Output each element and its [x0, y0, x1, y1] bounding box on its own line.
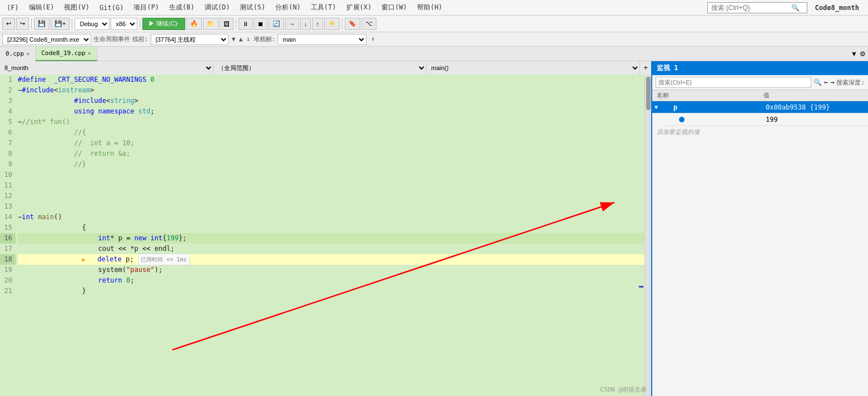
- run-cursor-btn[interactable]: ⚡: [324, 18, 340, 30]
- debugbar: [23296] Code8_month.exe 生命周期事件 线程: [3776…: [0, 32, 868, 47]
- ln-7: 7: [0, 138, 16, 148]
- line-numbers: 1 2 3 4 5 6 7 8 9 10 11 12 13 14 15 16 1: [0, 75, 16, 396]
- code-line-19: system("pause");: [18, 265, 644, 275]
- nav-add-btn[interactable]: +: [640, 61, 651, 75]
- code-line-14: −int main(): [18, 212, 644, 222]
- format-btn[interactable]: ⌥: [361, 18, 376, 30]
- menu-file[interactable]: (F): [2, 3, 23, 13]
- thread-label: 线程:: [132, 35, 148, 43]
- stepover-btn[interactable]: →: [285, 18, 299, 30]
- editor-scrollbar[interactable]: [644, 75, 651, 396]
- nav-fwd-icon[interactable]: →: [830, 78, 834, 86]
- bookmark-btn[interactable]: 🔖: [345, 18, 360, 30]
- code-line-21: }: [18, 286, 644, 296]
- watch-icon-p: [663, 103, 671, 111]
- save-all-btn[interactable]: 💾+: [51, 18, 70, 30]
- config-select[interactable]: Debug: [75, 18, 110, 30]
- code-line-17: cout << *p << endl;: [18, 244, 644, 254]
- ln-9: 9: [0, 159, 16, 170]
- col-name-label: 名称: [657, 91, 763, 100]
- menu-git[interactable]: Git(G): [95, 3, 128, 13]
- open-btn[interactable]: 📁: [203, 18, 219, 30]
- arch-select[interactable]: x86: [111, 18, 137, 30]
- stack-select[interactable]: main: [277, 34, 366, 45]
- code-line-4: using namespace std;: [18, 106, 644, 117]
- watch-icon-child: [679, 117, 685, 122]
- expand-child: [663, 116, 670, 122]
- code-line-13: [18, 201, 644, 212]
- scrollbar-thumb[interactable]: [646, 77, 651, 110]
- code-line-10: [18, 170, 644, 180]
- code-line-9: //}: [18, 159, 644, 170]
- window-title: Code8_month: [809, 4, 866, 12]
- expand-p[interactable]: ▼: [654, 104, 661, 110]
- watch-header: 监视 1: [652, 61, 868, 75]
- code-lines[interactable]: #define _CRT_SECURE_NO_WARNINGS 0 −#incl…: [16, 75, 644, 396]
- redo-btn[interactable]: ↪: [16, 18, 29, 30]
- menu-build[interactable]: 生成(B): [165, 2, 199, 13]
- stepout-btn[interactable]: ↑: [312, 18, 323, 30]
- scroll-marker: [639, 286, 643, 288]
- sep5: [342, 18, 343, 29]
- ln-13: 13: [0, 201, 16, 212]
- watch-panel: 监视 1 🔍 ← → 搜索深度: 名称 值 ▼ p 0x00ab9538 {19…: [651, 61, 868, 396]
- tab-dropdown-btn[interactable]: ▼: [851, 50, 857, 58]
- code-line-3: #include<string>: [18, 96, 644, 106]
- watch-search-input[interactable]: [656, 77, 811, 88]
- tabbar: 0.cpp ✕ Code8_19.cpp ✕ ▼ ⚙: [0, 47, 868, 61]
- watch-val-p: 0x00ab9538 {199}: [766, 103, 866, 111]
- tab-0cpp-close[interactable]: ✕: [26, 51, 29, 57]
- sep1: [31, 18, 32, 29]
- ln-6: 6: [0, 127, 16, 138]
- tab-code8[interactable]: Code8_19.cpp ✕: [36, 47, 97, 61]
- watch-add[interactable]: 添加要监视的项: [652, 126, 868, 138]
- undo-btn[interactable]: ↩: [2, 18, 15, 30]
- code-content[interactable]: 1 2 3 4 5 6 7 8 9 10 11 12 13 14 15 16 1: [0, 75, 651, 396]
- global-search[interactable]: 🔍: [707, 2, 807, 13]
- tab-settings-btn[interactable]: ⚙: [860, 50, 866, 58]
- code-line-12: [18, 191, 644, 201]
- menu-debug[interactable]: 调试(D): [200, 2, 235, 13]
- ln-19: 19: [0, 265, 16, 275]
- ln-16: 16: [0, 233, 16, 244]
- search-input[interactable]: [711, 4, 789, 12]
- tab-code8-close[interactable]: ✕: [88, 50, 91, 56]
- code-line-2: −#include<iostream>: [18, 85, 644, 96]
- menu-extensions[interactable]: 扩展(X): [342, 2, 376, 13]
- tab-0cpp[interactable]: 0.cpp ✕: [0, 47, 36, 61]
- toolbar: ↩ ↪ 💾 💾+ Debug x86 ▶ 继续(C)· 🔥 📁 🖼 ⏸ ⏹ 🔄 …: [0, 16, 868, 32]
- menu-project[interactable]: 项目(P): [129, 2, 163, 13]
- menubar: (F) 编辑(E) 视图(V) Git(G) 项目(P) 生成(B) 调试(D)…: [0, 0, 868, 16]
- pause-btn[interactable]: ⏸: [239, 18, 252, 30]
- ln-1: 1: [0, 75, 16, 85]
- img-btn[interactable]: 🖼: [220, 18, 234, 30]
- nav-back-icon[interactable]: ←: [824, 78, 828, 86]
- thread-select[interactable]: [37764] 主线程: [151, 34, 229, 45]
- editor-wrapper: 1 2 3 4 5 6 7 8 9 10 11 12 13 14 15 16 1: [0, 75, 651, 396]
- code-line-15: {: [18, 222, 644, 233]
- continue-btn[interactable]: ▶ 继续(C)·: [142, 18, 185, 30]
- save-btn[interactable]: 💾: [34, 18, 49, 30]
- restart-btn[interactable]: 🔄: [269, 18, 284, 30]
- menu-test[interactable]: 测试(S): [235, 2, 270, 13]
- stepinto-btn[interactable]: ↓: [300, 18, 311, 30]
- flame-btn[interactable]: 🔥: [186, 18, 202, 30]
- menu-analyze[interactable]: 分析(N): [271, 2, 305, 13]
- menu-edit[interactable]: 编辑(E): [24, 2, 59, 13]
- watch-name-p: p: [673, 103, 766, 111]
- menu-window[interactable]: 窗口(W): [377, 2, 411, 13]
- menu-view[interactable]: 视图(V): [59, 2, 94, 13]
- ln-18: 18: [0, 254, 16, 265]
- menu-tools[interactable]: 工具(T): [306, 2, 341, 13]
- menu-help[interactable]: 帮助(H): [413, 2, 447, 13]
- code-line-16: int* p = new int{199};: [18, 233, 644, 244]
- ln-12: 12: [0, 191, 16, 201]
- lifecycle-label: 生命周期事件: [93, 35, 130, 43]
- ln-11: 11: [0, 180, 16, 191]
- location-select[interactable]: （全局范围）: [214, 61, 427, 75]
- watch-row-p[interactable]: ▼ p 0x00ab9538 {199}: [652, 101, 868, 113]
- stop-btn[interactable]: ⏹: [254, 18, 267, 30]
- scope-select[interactable]: 8_month: [0, 61, 214, 75]
- process-select[interactable]: [23296] Code8_month.exe: [2, 34, 91, 45]
- function-select[interactable]: main(): [426, 61, 640, 75]
